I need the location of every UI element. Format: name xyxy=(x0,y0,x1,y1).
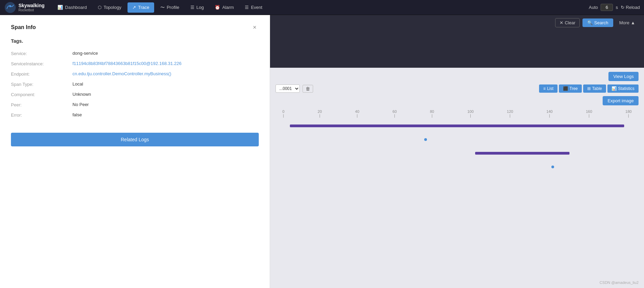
modal-header: Span Info × xyxy=(11,23,259,31)
tab-table-label: Table xyxy=(592,86,602,91)
log-icon: ☰ xyxy=(190,5,194,10)
span-type-value: Local xyxy=(72,81,83,87)
interval-input[interactable] xyxy=(601,4,613,11)
search-button[interactable]: 🔍 Search xyxy=(582,18,613,27)
component-label: Component: xyxy=(11,92,72,97)
svg-point-1 xyxy=(9,5,11,7)
trace-left-controls: ...0001 🗑 xyxy=(276,84,316,93)
nav-item-trace[interactable]: ↗ Trace xyxy=(128,2,154,13)
tab-statistics-label: Statistics xyxy=(618,86,634,91)
brand-logo-area: Skywalking Rocketbot xyxy=(4,1,44,14)
error-label: Error: xyxy=(11,112,72,118)
ruler-tick-100: 100| xyxy=(467,109,473,118)
nav-label-trace: Trace xyxy=(138,5,149,10)
more-button[interactable]: More ▲ xyxy=(616,18,639,27)
tags-section-title: Tags. xyxy=(11,38,259,44)
ruler-tick-0: 0| xyxy=(282,109,284,118)
clear-x-icon: ✕ xyxy=(560,20,563,25)
table-icon: ⊞ xyxy=(587,86,591,91)
error-value: false xyxy=(72,112,82,117)
event-icon: ☰ xyxy=(245,5,249,10)
brand-name: Skywalking xyxy=(18,3,44,8)
tree-icon: ⬛ xyxy=(563,86,568,91)
ruler-tick-180: 180| xyxy=(626,109,632,118)
trace-id-select[interactable]: ...0001 xyxy=(276,84,300,93)
list-icon: ≡ xyxy=(543,86,546,91)
nav-item-alarm[interactable]: ⏰ Alarm xyxy=(210,2,239,13)
alarm-icon: ⏰ xyxy=(215,5,220,10)
right-panel: ✕ Clear 🔍 Search More ▲ View Logs xyxy=(270,15,644,288)
peer-label: Peer: xyxy=(11,102,72,107)
span-bar-1[interactable] xyxy=(290,125,624,127)
nav-label-profile: Profile xyxy=(167,5,179,10)
service-instance-label: ServiceInstance: xyxy=(11,61,72,66)
related-logs-button[interactable]: Related Logs xyxy=(11,133,259,146)
clear-button[interactable]: ✕ Clear xyxy=(555,18,580,27)
nav-label-dashboard: Dashboard xyxy=(65,5,87,10)
view-logs-button[interactable]: View Logs xyxy=(608,72,639,81)
modal-close-button[interactable]: × xyxy=(251,23,259,31)
nav-label-topology: Topology xyxy=(104,5,121,10)
view-logs-row: View Logs xyxy=(276,72,639,81)
span-dot-2[interactable] xyxy=(424,138,427,141)
ruler-tick-160: 160| xyxy=(586,109,592,118)
tab-list[interactable]: ≡ List xyxy=(539,84,558,93)
span-type-label: Span Type: xyxy=(11,81,72,87)
search-icon: 🔍 xyxy=(587,20,593,25)
nav-item-event[interactable]: ☰ Event xyxy=(240,2,267,13)
interval-unit: s xyxy=(616,5,618,10)
info-row-service-instance: ServiceInstance: f11194c8b83f4bf78843663… xyxy=(11,61,259,66)
spans-container xyxy=(276,119,639,174)
tab-statistics[interactable]: 📊 Statistics xyxy=(607,84,639,93)
trace-icon: ↗ xyxy=(132,5,136,10)
tab-tree[interactable]: ⬛ Tree xyxy=(559,84,582,93)
service-label: Service: xyxy=(11,51,72,56)
statistics-icon: 📊 xyxy=(612,86,617,91)
span-bar-3[interactable] xyxy=(475,152,569,155)
nav-item-dashboard[interactable]: 📊 Dashboard xyxy=(53,2,92,13)
more-label: More xyxy=(619,20,630,25)
reload-button[interactable]: ↻ Reload xyxy=(621,5,640,10)
component-value: Unknown xyxy=(72,92,91,97)
profile-icon: 〜 xyxy=(160,4,165,11)
nav-label-log: Log xyxy=(197,5,204,10)
svg-point-0 xyxy=(5,2,16,13)
endpoint-label: Endpoint: xyxy=(11,71,72,77)
endpoint-value: cn.edu.tju.controller.DemoController.myB… xyxy=(72,71,171,76)
ruler-tick-120: 120| xyxy=(507,109,513,118)
skywalking-logo xyxy=(4,1,16,14)
nav-items: 📊 Dashboard ⬡ Topology ↗ Trace 〜 Profile… xyxy=(53,2,589,13)
modal-title: Span Info xyxy=(11,24,36,30)
export-row: Export image xyxy=(276,96,639,105)
trace-delete-button[interactable]: 🗑 xyxy=(303,85,313,93)
dashboard-icon: 📊 xyxy=(57,5,63,10)
brand-sub: Rocketbot xyxy=(18,8,44,12)
brand-text: Skywalking Rocketbot xyxy=(18,3,44,12)
ruler-tick-60: 60| xyxy=(392,109,397,118)
topology-icon: ⬡ xyxy=(98,5,102,10)
export-image-button[interactable]: Export image xyxy=(603,96,639,105)
filter-row xyxy=(270,30,644,68)
info-row-error: Error: false xyxy=(11,112,259,118)
tab-table[interactable]: ⊞ Table xyxy=(583,84,606,93)
reload-icon: ↻ xyxy=(621,5,625,10)
trace-controls: ...0001 🗑 ≡ List ⬛ T xyxy=(276,84,639,93)
span-row-4 xyxy=(276,160,639,174)
nav-item-profile[interactable]: 〜 Profile xyxy=(156,2,184,13)
reload-label: Reload xyxy=(626,5,640,10)
right-toolbar: ✕ Clear 🔍 Search More ▲ xyxy=(270,15,644,30)
nav-item-topology[interactable]: ⬡ Topology xyxy=(93,2,126,13)
delete-icon: 🗑 xyxy=(306,86,310,91)
ruler-tick-20: 20| xyxy=(318,109,322,118)
nav-item-log[interactable]: ☰ Log xyxy=(186,2,209,13)
ruler-tick-40: 40| xyxy=(355,109,359,118)
nav-label-alarm: Alarm xyxy=(222,5,234,10)
span-info-modal: Span Info × Tags. Service: dong-service … xyxy=(0,15,270,288)
search-label: Search xyxy=(594,20,608,25)
ruler-tick-140: 140| xyxy=(546,109,552,118)
auto-label: Auto xyxy=(589,5,598,10)
chevron-up-icon: ▲ xyxy=(631,20,635,25)
clear-label: Clear xyxy=(565,20,575,25)
watermark: CSDN @amadeus_liu2 xyxy=(600,280,639,285)
span-dot-4[interactable] xyxy=(551,166,554,168)
